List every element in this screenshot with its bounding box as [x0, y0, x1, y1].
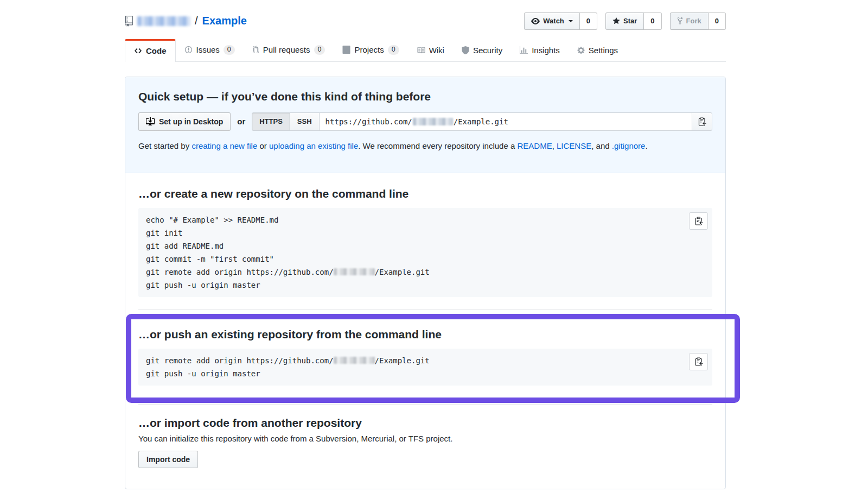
code-line: echo "# Example" >> README.md: [146, 213, 705, 226]
redacted-owner-in-url: [413, 118, 453, 125]
clipboard-copy-icon: [698, 117, 706, 126]
fork-group: Fork 0: [670, 12, 726, 30]
license-link[interactable]: LICENSE: [557, 141, 591, 150]
code-line: git remote add origin https://github.com…: [146, 266, 705, 279]
code-text: /Example.git: [375, 356, 430, 365]
code-line: git init: [146, 226, 705, 239]
setup-in-desktop-label: Set up in Desktop: [159, 117, 223, 126]
clipboard-copy-icon: [694, 217, 703, 225]
code-line: git push -u origin master: [146, 279, 705, 292]
quick-setup-section: Quick setup — if you’ve done this kind o…: [125, 77, 725, 173]
watch-group: Watch 0: [524, 12, 597, 30]
import-code-section: …or import code from another repository …: [125, 417, 725, 489]
clone-url-group: HTTPS SSH https://github.com/ /Example.g…: [252, 112, 712, 131]
book-icon: [417, 46, 425, 54]
setup-in-desktop-button[interactable]: Set up in Desktop: [138, 112, 231, 131]
star-icon: [612, 17, 620, 25]
redacted-owner-in-code: [334, 357, 375, 364]
projects-count-badge: 0: [388, 45, 399, 55]
issue-icon: [184, 46, 193, 54]
repo-tab-nav: Code Issues 0 Pull requests 0 Projects 0…: [125, 39, 726, 62]
fork-icon: [677, 17, 683, 25]
github-repo-page: / Example Watch 0 Star 0: [125, 0, 726, 489]
code-line: git push -u origin master: [146, 367, 705, 380]
star-count[interactable]: 0: [644, 12, 661, 30]
readme-link[interactable]: README: [517, 141, 552, 150]
shield-icon: [462, 46, 469, 54]
repo-actions: Watch 0 Star 0 Fork 0: [524, 12, 726, 30]
code-text: git remote add origin https://github.com…: [146, 268, 334, 276]
push-existing-section: …or push an existing repository from the…: [125, 321, 725, 386]
code-icon: [134, 47, 142, 55]
star-button[interactable]: Star: [605, 12, 644, 30]
eye-icon: [531, 17, 540, 26]
text-run: , and: [591, 141, 612, 150]
code-line: git commit -m "first commit": [146, 253, 705, 266]
redacted-owner-name: [137, 16, 190, 26]
tab-projects[interactable]: Projects 0: [334, 39, 407, 61]
copy-create-commands-button[interactable]: [689, 212, 708, 230]
protocol-ssh-button[interactable]: SSH: [290, 112, 320, 131]
text-run: . We recommend every repository include …: [358, 141, 517, 150]
upload-existing-file-link[interactable]: uploading an existing file: [269, 141, 358, 150]
tab-code-label: Code: [146, 46, 167, 55]
watch-count[interactable]: 0: [580, 12, 597, 30]
repo-title: / Example: [125, 15, 247, 27]
protocol-https-button[interactable]: HTTPS: [252, 112, 290, 131]
tab-settings[interactable]: Settings: [569, 39, 627, 61]
clone-url-suffix: /Example.git: [454, 117, 508, 126]
tab-insights[interactable]: Insights: [511, 39, 569, 61]
tab-wiki-label: Wiki: [429, 46, 444, 55]
tab-security[interactable]: Security: [453, 39, 511, 61]
clone-url-prefix: https://github.com/: [326, 117, 412, 126]
gear-icon: [577, 46, 585, 54]
pull-request-icon: [252, 46, 259, 54]
tab-insights-label: Insights: [532, 46, 560, 55]
tab-pull-requests[interactable]: Pull requests 0: [244, 39, 334, 61]
tab-issues[interactable]: Issues 0: [176, 39, 244, 61]
clipboard-copy-icon: [694, 357, 703, 366]
quick-setup-title: Quick setup — if you’ve done this kind o…: [138, 90, 712, 103]
star-group: Star 0: [605, 12, 662, 30]
fork-button[interactable]: Fork: [670, 12, 709, 30]
breadcrumb-separator: /: [195, 15, 198, 27]
empty-repo-setup-container: Quick setup — if you’ve done this kind o…: [125, 77, 726, 489]
repo-icon: [125, 16, 133, 27]
graph-icon: [520, 46, 528, 54]
issues-count-badge: 0: [224, 45, 235, 55]
tab-settings-label: Settings: [589, 46, 618, 55]
create-repo-title: …or create a new repository on the comma…: [138, 187, 712, 200]
star-label: Star: [623, 17, 637, 25]
tab-code[interactable]: Code: [125, 39, 176, 62]
tab-pulls-label: Pull requests: [263, 45, 310, 54]
copy-push-commands-button[interactable]: [689, 353, 708, 370]
redacted-owner-in-code: [334, 268, 375, 275]
push-existing-title: …or push an existing repository from the…: [138, 328, 712, 341]
text-run: Get started by: [138, 141, 192, 150]
repo-header: / Example Watch 0 Star 0: [125, 0, 726, 30]
fork-label: Fork: [686, 17, 701, 25]
tab-projects-label: Projects: [354, 45, 384, 54]
tab-wiki[interactable]: Wiki: [408, 39, 453, 61]
tab-issues-label: Issues: [196, 45, 220, 54]
chevron-down-icon: [569, 20, 573, 22]
code-text: /Example.git: [375, 268, 430, 276]
copy-url-button[interactable]: [692, 112, 712, 131]
watch-button[interactable]: Watch: [524, 12, 580, 30]
create-repo-code-block: echo "# Example" >> README.md git init g…: [138, 208, 712, 297]
code-line: git remote add origin https://github.com…: [146, 354, 705, 367]
fork-count[interactable]: 0: [709, 12, 726, 30]
create-new-file-link[interactable]: creating a new file: [192, 141, 257, 150]
text-run: ,: [552, 141, 557, 150]
watch-label: Watch: [543, 17, 564, 25]
clone-url-input[interactable]: https://github.com/ /Example.git: [320, 112, 692, 131]
import-code-description: You can initialize this repository with …: [138, 434, 712, 443]
desktop-download-icon: [146, 117, 155, 126]
section-divider: [138, 309, 712, 310]
text-run: .: [645, 141, 647, 150]
repo-name-link[interactable]: Example: [202, 15, 247, 27]
push-existing-code-block: git remote add origin https://github.com…: [138, 349, 712, 386]
create-repo-section: …or create a new repository on the comma…: [125, 173, 725, 297]
gitignore-link[interactable]: .gitignore: [612, 141, 646, 150]
import-code-button[interactable]: Import code: [138, 451, 198, 468]
